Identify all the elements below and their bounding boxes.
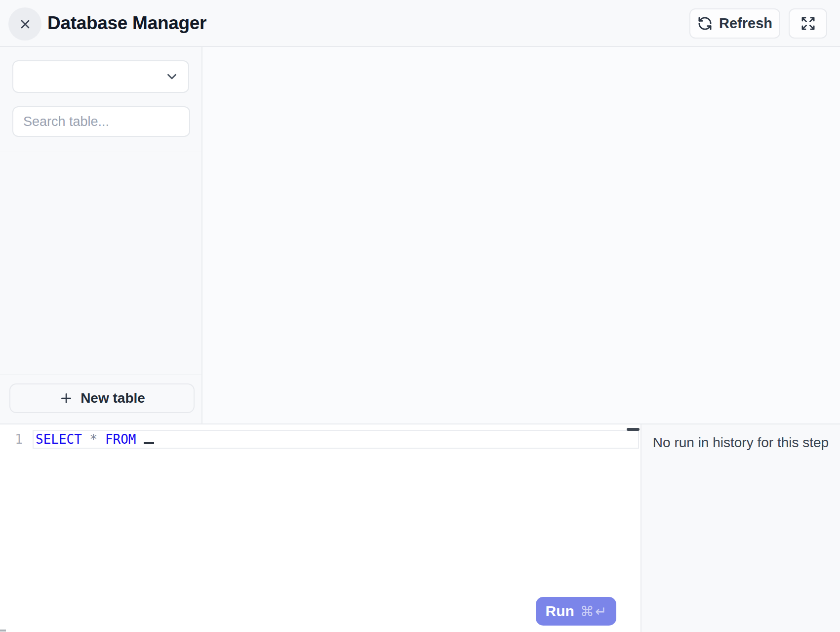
line-number: 1	[0, 430, 29, 449]
cmd-key-icon: ⌘	[580, 603, 594, 620]
run-button[interactable]: Run ⌘↵	[536, 597, 616, 626]
refresh-icon	[697, 16, 713, 31]
refresh-button-label: Refresh	[719, 15, 772, 32]
main-content-area	[202, 47, 840, 423]
page-title: Database Manager	[47, 0, 206, 46]
sql-operator-star: *	[90, 432, 98, 447]
code-line: SELECT * FROM	[36, 430, 154, 449]
sidebar-bottom-divider	[0, 375, 201, 375]
header: Database Manager Refresh	[0, 0, 840, 47]
table-list-empty	[0, 152, 201, 375]
plus-icon	[59, 391, 74, 406]
close-button[interactable]	[8, 7, 41, 41]
run-shortcut-hint: ⌘↵	[580, 603, 606, 620]
expand-button[interactable]	[789, 8, 827, 39]
new-table-button[interactable]: New table	[9, 383, 195, 413]
sidebar: New table	[0, 47, 202, 423]
sql-keyword-select: SELECT	[36, 432, 82, 447]
sql-keyword-from: FROM	[105, 432, 136, 447]
vertical-scrollbar-thumb[interactable]	[627, 428, 640, 431]
close-icon	[18, 17, 32, 31]
table-select-dropdown[interactable]	[12, 60, 189, 93]
history-empty-message: No run in history for this step	[641, 424, 840, 451]
refresh-button[interactable]: Refresh	[689, 8, 780, 39]
run-button-label: Run	[546, 603, 574, 620]
chevron-down-icon	[164, 69, 179, 84]
new-table-button-label: New table	[80, 390, 145, 406]
text-cursor	[144, 442, 154, 444]
horizontal-scrollbar-thumb[interactable]	[0, 630, 6, 632]
return-key-icon: ↵	[595, 603, 606, 620]
run-history-panel: No run in history for this step	[640, 424, 840, 632]
search-table-input[interactable]	[12, 106, 190, 137]
expand-icon	[800, 16, 816, 31]
